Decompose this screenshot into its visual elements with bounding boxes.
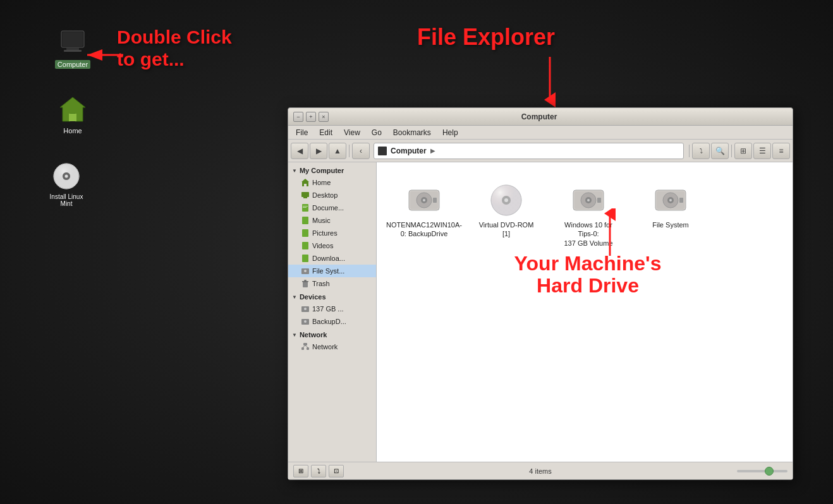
sidebar-item-137gb[interactable]: 137 GB ...	[288, 303, 376, 315]
svg-point-13	[65, 175, 68, 178]
svg-rect-58	[597, 198, 601, 203]
statusbar-btn-2[interactable]: ⤵	[311, 465, 326, 477]
videos-sidebar-icon	[301, 241, 310, 250]
menu-go[interactable]: Go	[367, 127, 387, 138]
desktop-icon-install-linux[interactable]: Install Linux Mint	[41, 161, 92, 208]
back-btn2[interactable]: ‹	[352, 143, 370, 159]
address-arrow-icon: ▶	[430, 147, 435, 154]
svg-rect-25	[302, 229, 308, 237]
statusbar: ⊞ ⤵ ⊡ 4 items	[288, 462, 793, 479]
menu-help[interactable]: Help	[437, 127, 463, 138]
statusbar-btn-1[interactable]: ⊞	[293, 465, 308, 477]
file-label-filesystem: File System	[652, 220, 688, 229]
home-folder-icon	[58, 95, 88, 125]
svg-rect-47	[433, 198, 437, 203]
file-label-dvdrom: Virtual DVD-ROM [1]	[477, 220, 536, 239]
svg-point-46	[423, 199, 425, 201]
desktop-sidebar-icon	[301, 191, 310, 200]
sidebar-item-desktop[interactable]: Desktop	[288, 189, 376, 201]
file-item-notenmac[interactable]: NOTENMAC12WIN10A-0: BackupDrive	[389, 175, 459, 253]
sidebar-item-videos[interactable]: Videos	[288, 239, 376, 252]
file-item-filesystem[interactable]: File System	[636, 175, 705, 253]
svg-rect-64	[679, 198, 683, 203]
file-item-win10[interactable]: Windows 10 for Tips-0:137 GB Volume	[554, 175, 623, 253]
sidebar-label-trash: Trash	[312, 280, 330, 287]
home-icon-label: Home	[61, 126, 84, 135]
svg-rect-4	[63, 32, 83, 46]
slider-track	[737, 470, 787, 472]
zoom-slider[interactable]	[737, 470, 787, 472]
svg-rect-32	[304, 280, 307, 281]
toolbar-sep-3	[731, 145, 732, 157]
menu-view[interactable]: View	[339, 127, 365, 138]
svg-rect-39	[307, 347, 309, 350]
double-click-annotation: Double Click to get...	[117, 27, 232, 70]
menu-file[interactable]: File	[291, 127, 313, 138]
sidebar-item-filesystem[interactable]: File Syst...	[288, 265, 376, 277]
sidebar-item-documents[interactable]: Docume...	[288, 201, 376, 214]
toolbar-sep-1	[349, 145, 350, 157]
network-item-icon	[301, 342, 310, 351]
sidebar-header-my-computer[interactable]: ▼ My Computer	[288, 165, 376, 176]
sidebar-section-devices: ▼ Devices 137 GB ... BackupD...	[288, 291, 376, 328]
sidebar-header-devices[interactable]: ▼ Devices	[288, 291, 376, 303]
sidebar-item-trash[interactable]: Trash	[288, 277, 376, 290]
svg-rect-19	[301, 192, 309, 197]
documents-sidebar-icon	[301, 203, 310, 212]
music-sidebar-icon	[301, 216, 310, 225]
sidebar-label-network: Network	[312, 343, 337, 351]
sidebar-item-music[interactable]: Music	[288, 214, 376, 227]
address-bar[interactable]: Computer ▶	[374, 143, 684, 159]
sidebar-item-home[interactable]: Home	[288, 176, 376, 189]
statusbar-btn-3[interactable]: ⊡	[329, 465, 344, 477]
minimize-button[interactable]: −	[293, 112, 303, 122]
arrow-to-explorer	[540, 57, 559, 107]
maximize-button[interactable]: +	[306, 112, 316, 122]
search-button[interactable]: 🔍	[711, 143, 729, 159]
window-controls[interactable]: − + ×	[293, 112, 329, 122]
hdd-notenmac-icon	[404, 180, 444, 220]
svg-rect-23	[303, 207, 307, 208]
sidebar-section-network: ▼ Network Network	[288, 329, 376, 353]
svg-rect-38	[301, 347, 304, 350]
cd-disc-icon	[51, 161, 82, 191]
sidebar-item-downloads[interactable]: Downloa...	[288, 252, 376, 265]
sidebar-label-backupd: BackupD...	[312, 318, 346, 325]
window-title: Computer	[329, 112, 750, 121]
desktop-icon-home[interactable]: Home	[47, 95, 98, 135]
svg-rect-2	[66, 47, 79, 50]
hdd-filesystem-icon	[650, 180, 691, 220]
trash-sidebar-icon	[301, 279, 310, 288]
sidebar-label-documents: Docume...	[312, 204, 344, 212]
hdd-win10-icon	[568, 180, 609, 220]
desktop-icon-computer[interactable]: Computer	[47, 28, 98, 69]
statusbar-items-count: 4 items	[344, 467, 737, 475]
file-item-dvdrom[interactable]: Virtual DVD-ROM [1]	[471, 175, 541, 253]
svg-rect-3	[64, 50, 82, 52]
svg-point-63	[669, 199, 672, 201]
back-button[interactable]: ◀	[291, 143, 308, 159]
close-button[interactable]: ×	[319, 112, 329, 122]
svg-rect-22	[303, 206, 308, 207]
titlebar: − + × Computer	[288, 108, 793, 126]
forward-button[interactable]: ▶	[310, 143, 327, 159]
computer-icon-label: Computer	[55, 60, 90, 69]
sidebar-header-network[interactable]: ▼ Network	[288, 329, 376, 340]
list-view-button[interactable]: ☰	[753, 143, 771, 159]
menu-bookmarks[interactable]: Bookmarks	[388, 127, 436, 138]
sidebar-item-network[interactable]: Network	[288, 340, 376, 353]
up-button[interactable]: ▲	[329, 143, 346, 159]
sidebar-item-pictures[interactable]: Pictures	[288, 227, 376, 239]
sidebar-label-desktop: Desktop	[312, 191, 337, 199]
statusbar-buttons: ⊞ ⤵ ⊡	[293, 465, 344, 477]
toolbar: ◀ ▶ ▲ ‹ Computer ▶ ⤵ 🔍 ⊞ ☰ ≡	[288, 140, 793, 162]
svg-line-40	[303, 345, 305, 347]
slider-thumb	[765, 467, 774, 476]
menu-edit[interactable]: Edit	[314, 127, 337, 138]
svg-rect-37	[303, 343, 307, 345]
svg-point-52	[504, 198, 508, 202]
detail-view-button[interactable]: ≡	[772, 143, 790, 159]
view-path-button[interactable]: ⤵	[692, 143, 710, 159]
icon-view-button[interactable]: ⊞	[734, 143, 752, 159]
sidebar-item-backupd[interactable]: BackupD...	[288, 315, 376, 328]
